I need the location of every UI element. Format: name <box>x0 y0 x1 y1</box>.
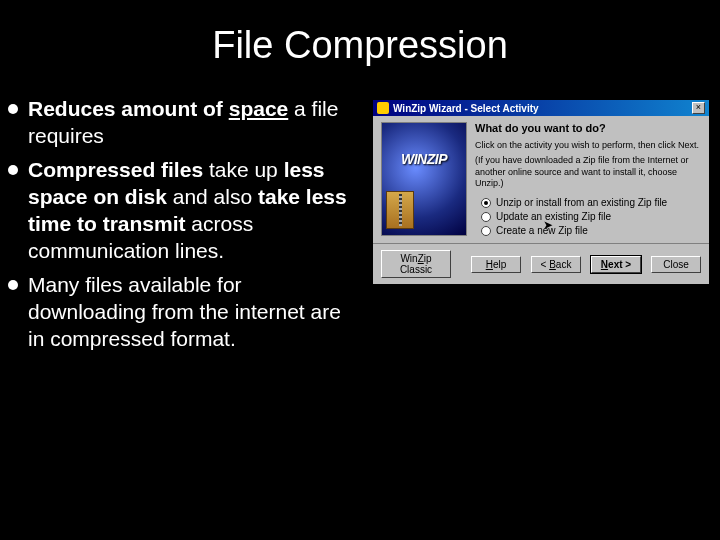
dialog-body: WINZIP What do you want to do? Click on … <box>373 116 709 243</box>
bold-text: Compressed files <box>28 158 203 181</box>
bullet-item: Compressed files take up less space on d… <box>8 156 358 265</box>
btn-text: elp <box>493 259 506 270</box>
winzip-logo-pane: WINZIP <box>381 122 467 236</box>
cursor-icon: ➤ <box>543 218 553 232</box>
app-icon <box>377 102 389 114</box>
screenshot-dialog: WinZip Wizard - Select Activity × WINZIP… <box>372 99 710 359</box>
btn-text: ext > <box>608 259 631 270</box>
radio-icon <box>481 212 491 222</box>
radio-option[interactable]: Update an existing Zip file <box>481 211 701 222</box>
btn-text: Win <box>400 253 417 264</box>
back-button[interactable]: < Back <box>531 256 581 273</box>
bullet-item: Many files available for downloading fro… <box>8 271 358 353</box>
winzip-logo-text: WINZIP <box>388 151 460 167</box>
bullet-text: Reduces amount of space a file requires <box>28 95 358 150</box>
bullet-text: Compressed files take up less space on d… <box>28 156 358 265</box>
bullet-item: Reduces amount of space a file requires <box>8 95 358 150</box>
bold-text: Reduces amount of <box>28 97 229 120</box>
close-icon[interactable]: × <box>692 102 705 114</box>
dialog-titlebar: WinZip Wizard - Select Activity × <box>373 100 709 116</box>
dialog-title: WinZip Wizard - Select Activity <box>393 103 692 114</box>
winzip-classic-button[interactable]: WinZip Classic <box>381 250 451 278</box>
bullet-dot-icon <box>8 280 18 290</box>
bullet-dot-icon <box>8 104 18 114</box>
radio-label: Unzip or install from an existing Zip fi… <box>496 197 667 208</box>
slide-content: Reduces amount of space a file requires … <box>0 95 720 359</box>
next-button[interactable]: Next > <box>591 256 641 273</box>
btn-underline: B <box>549 259 556 270</box>
bullet-dot-icon <box>8 165 18 175</box>
dialog-prompt: What do you want to do? <box>475 122 701 134</box>
winzip-wizard-dialog: WinZip Wizard - Select Activity × WINZIP… <box>372 99 710 285</box>
bullet-text: Many files available for downloading fro… <box>28 271 358 353</box>
bold-underline-text: space <box>229 97 289 120</box>
dialog-hint: (If you have downloaded a Zip file from … <box>475 155 701 189</box>
dialog-right-pane: What do you want to do? Click on the act… <box>475 122 701 239</box>
radio-option[interactable]: Create a new Zip file <box>481 225 701 236</box>
btn-text: ack <box>556 259 572 270</box>
radio-label: Create a new Zip file <box>496 225 588 236</box>
btn-underline: H <box>486 259 493 270</box>
btn-underline: N <box>601 259 608 270</box>
close-button[interactable]: Close <box>651 256 701 273</box>
help-button[interactable]: Help <box>471 256 521 273</box>
radio-icon <box>481 226 491 236</box>
radio-group: Unzip or install from an existing Zip fi… <box>481 197 701 236</box>
dialog-button-row: WinZip Classic Help < Back Next > Close <box>373 243 709 284</box>
btn-text: < <box>541 259 550 270</box>
dialog-instruction: Click on the activity you wish to perfor… <box>475 140 701 151</box>
plain-text: and also <box>167 185 258 208</box>
radio-option[interactable]: Unzip or install from an existing Zip fi… <box>481 197 701 208</box>
radio-icon <box>481 198 491 208</box>
radio-label: Update an existing Zip file <box>496 211 611 222</box>
plain-text: take up <box>203 158 284 181</box>
zip-icon <box>386 191 414 229</box>
slide-title: File Compression <box>0 24 720 67</box>
bullet-list: Reduces amount of space a file requires … <box>8 95 358 359</box>
